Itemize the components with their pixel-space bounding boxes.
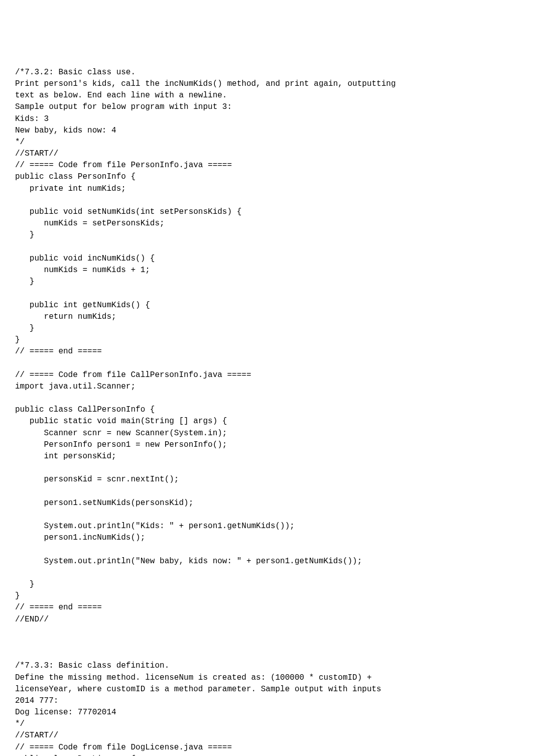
code-block: /*7.3.2: Basic class use. Print person1'… — [15, 67, 518, 756]
